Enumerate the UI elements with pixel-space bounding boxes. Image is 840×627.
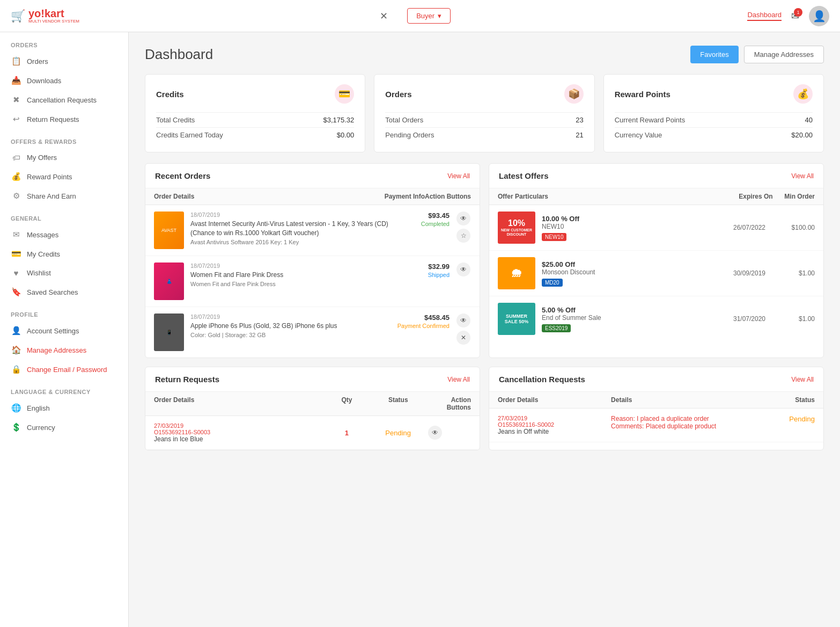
col-cancel-order: Order Details <box>498 396 611 404</box>
order-product-image: AVAST <box>154 212 184 249</box>
return-product-name: Jeans in Ice Blue <box>154 435 325 443</box>
bottom-section: Return Requests View All Order Details Q… <box>145 367 824 450</box>
order-name: Apple iPhone 6s Plus (Gold, 32 GB) iPhon… <box>190 322 391 331</box>
sidebar-item-reward-points[interactable]: 💰 Reward Points <box>0 167 128 186</box>
cancel-order-id: 27/03/2019 O1553692116-S0002 <box>498 415 611 428</box>
return-requests-card: Return Requests View All Order Details Q… <box>145 367 480 450</box>
order-row: AVAST 18/07/2019 Avast Internet Security… <box>145 205 480 256</box>
offer-expires: 31/07/2020 <box>728 315 771 323</box>
sidebar-section-offers: OFFERS & REWARDS <box>0 129 128 148</box>
offer-image: 10% NEW CUSTOMER DISCOUNT <box>498 212 535 244</box>
recent-orders-card: Recent Orders View All Order Details Pay… <box>145 163 480 358</box>
sidebar-item-downloads[interactable]: 📥 Downloads <box>0 71 128 90</box>
avatar[interactable]: 👤 <box>809 6 829 26</box>
sidebar-section-lang-currency: LANGUAGE & CURRENCY <box>0 379 128 398</box>
rewards-title: Reward Points <box>615 90 670 99</box>
sidebar-section-orders: ORDERS <box>0 32 128 52</box>
recent-orders-view-all[interactable]: View All <box>447 172 470 180</box>
cancellation-requests-card: Cancellation Requests View All Order Det… <box>489 367 824 450</box>
col-offer-minorder: Min Order <box>777 193 815 200</box>
offer-row: SUMMER SALE 50% 5.00 % Off End of Summer… <box>489 296 823 341</box>
offer-row: 10% NEW CUSTOMER DISCOUNT 10.00 % Off NE… <box>489 205 823 251</box>
order-cancel-button[interactable]: ✕ <box>456 331 470 345</box>
return-view-button[interactable]: 👁 <box>428 426 442 440</box>
top-bar: 🛒 yo!kart MULTI VENDOR SYSTEM ✕ Buyer ▾ … <box>0 0 840 32</box>
offer-name: NEW10 <box>542 223 721 230</box>
address-icon: 🏠 <box>11 345 21 355</box>
order-status: Completed <box>401 221 450 227</box>
order-meta: Color: Gold | Storage: 32 GB <box>190 332 391 338</box>
sidebar-item-my-credits[interactable]: 💳 My Credits <box>0 244 128 264</box>
return-requests-title: Return Requests <box>155 375 219 384</box>
dashboard-link[interactable]: Dashboard <box>747 11 782 21</box>
offer-code: NEW10 <box>542 233 566 241</box>
return-order-id: 27/03/2019 O1553692116-S0003 <box>154 422 325 435</box>
orders-title: Orders <box>385 90 411 99</box>
sidebar-item-cancellation[interactable]: ✖ Cancellation Requests <box>0 90 128 110</box>
sidebar-item-returns[interactable]: ↩ Return Requests <box>0 110 128 129</box>
sidebar-item-change-email[interactable]: 🔒 Change Email / Password <box>0 360 128 379</box>
cancel-product-name: Jeans in Off white <box>498 428 611 435</box>
order-status: Shipped <box>401 272 450 278</box>
offer-minorder: $100.00 <box>777 224 815 231</box>
offer-minorder: $1.00 <box>777 315 815 323</box>
order-row: 👗 18/07/2019 Women Fit and Flare Pink Dr… <box>145 256 480 307</box>
order-date: 18/07/2019 <box>190 263 395 269</box>
sidebar-item-my-offers[interactable]: 🏷 My Offers <box>0 148 128 167</box>
favorites-button[interactable]: Favorites <box>690 46 738 63</box>
order-name: Women Fit and Flare Pink Dress <box>190 271 395 280</box>
offer-name: End of Summer Sale <box>542 314 721 322</box>
order-date: 18/07/2019 <box>190 212 395 218</box>
col-cancel-details: Details <box>611 396 762 404</box>
offer-name: Monsoon Discount <box>542 268 721 276</box>
returns-icon: ↩ <box>11 114 21 124</box>
cancellation-requests-view-all[interactable]: View All <box>791 376 814 383</box>
order-product-image: 📱 <box>154 314 184 351</box>
main-area: ORDERS 📋 Orders 📥 Downloads ✖ Cancellati… <box>0 32 840 627</box>
order-price: $32.99 <box>401 263 450 271</box>
sidebar-item-orders[interactable]: 📋 Orders <box>0 52 128 71</box>
latest-offers-view-all[interactable]: View All <box>791 172 814 180</box>
sidebar-item-currency[interactable]: 💲 Currency <box>0 418 128 437</box>
sidebar-item-share-earn[interactable]: ⚙ Share And Earn <box>0 186 128 206</box>
order-view-button[interactable]: 👁 <box>456 314 470 327</box>
page-title: Dashboard <box>145 46 213 63</box>
cancellation-row: 27/03/2019 O1553692116-S0002 Jeans in Of… <box>489 409 823 442</box>
manage-addresses-button[interactable]: Manage Addresses <box>744 46 824 63</box>
credits-title: Credits <box>156 90 184 99</box>
order-view-button[interactable]: 👁 <box>456 263 470 276</box>
orders-card: Orders 📦 Total Orders 23 Pending Orders … <box>374 74 594 152</box>
reward-icon: 💰 <box>11 172 21 181</box>
offer-expires: 30/09/2019 <box>728 269 771 277</box>
share-icon: ⚙ <box>11 191 21 201</box>
language-icon: 🌐 <box>11 403 21 413</box>
downloads-icon: 📥 <box>11 76 21 85</box>
return-requests-view-all[interactable]: View All <box>447 376 470 383</box>
sidebar-item-wishlist[interactable]: ♥ Wishlist <box>0 264 128 282</box>
order-view-button[interactable]: 👁 <box>456 212 470 225</box>
cancel-comments: Comments: Placed duplicate product <box>611 422 762 430</box>
orders-icon-badge: 📦 <box>564 84 584 104</box>
notification-button[interactable]: ✉ 1 <box>791 10 799 22</box>
sidebar-item-saved-searches[interactable]: 🔖 Saved Searches <box>0 282 128 302</box>
col-action-buttons: Action Buttons <box>425 193 471 200</box>
latest-offers-title: Latest Offers <box>499 171 549 180</box>
order-date: 18/07/2019 <box>190 314 391 320</box>
close-button[interactable]: ✕ <box>376 9 391 24</box>
main-content: Dashboard Favorites Manage Addresses Cre… <box>129 32 840 627</box>
col-return-order: Order Details <box>154 396 325 411</box>
buyer-dropdown[interactable]: Buyer ▾ <box>407 8 451 24</box>
order-status: Payment Confirmed <box>397 323 450 329</box>
sidebar-item-account-settings[interactable]: 👤 Account Settings <box>0 321 128 340</box>
col-return-qty: Qty <box>325 396 368 411</box>
wishlist-icon: ♥ <box>11 268 21 278</box>
sidebar-item-messages[interactable]: ✉ Messages <box>0 225 128 244</box>
sidebar-item-english[interactable]: 🌐 English <box>0 398 128 418</box>
order-star-button[interactable]: ☆ <box>456 229 470 243</box>
col-offer-particulars: Offer Particulars <box>498 193 734 200</box>
offer-discount: 5.00 % Off <box>542 306 721 314</box>
lock-icon: 🔒 <box>11 364 21 374</box>
cancellation-icon: ✖ <box>11 95 21 105</box>
offer-discount: 10.00 % Off <box>542 215 721 223</box>
sidebar-item-manage-addresses[interactable]: 🏠 Manage Addresses <box>0 340 128 360</box>
